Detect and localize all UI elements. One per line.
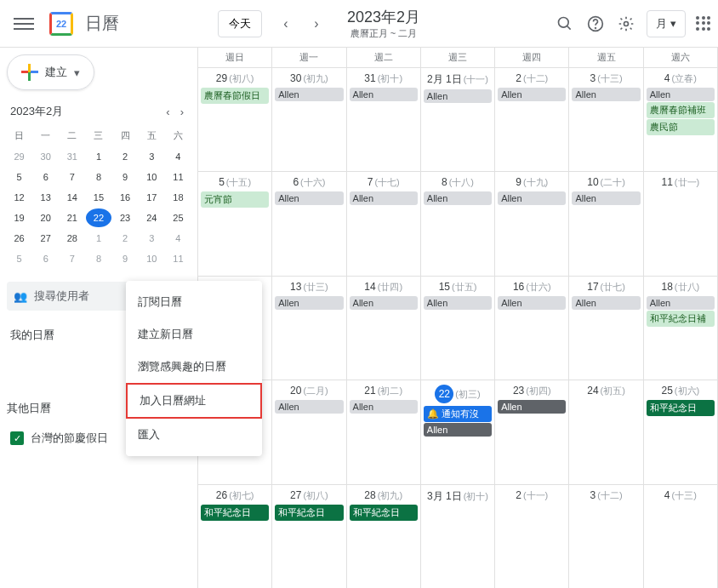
event-chip[interactable]: Allen	[647, 88, 715, 101]
mini-day[interactable]: 26	[7, 229, 31, 248]
mini-day[interactable]: 23	[113, 208, 138, 227]
event-chip[interactable]: Allen	[275, 400, 343, 414]
event-chip[interactable]: 和平紀念日	[275, 505, 343, 521]
day-cell[interactable]: 2月 1日(十一)Allen	[421, 68, 495, 171]
event-chip[interactable]: Allen	[647, 296, 715, 310]
day-cell[interactable]: 10(二十)Allen	[569, 172, 643, 275]
mini-day[interactable]: 5	[7, 249, 31, 268]
event-chip[interactable]: 和平紀念日	[201, 505, 269, 521]
menu-subscribe[interactable]: 訂閱日曆	[126, 286, 262, 318]
day-cell[interactable]: 20(二月)Allen	[272, 380, 346, 483]
checkbox-checked-icon[interactable]: ✓	[10, 431, 24, 445]
event-chip[interactable]: 農民節	[647, 119, 715, 135]
event-chip[interactable]: Allen	[350, 88, 418, 101]
day-cell[interactable]: 14(廿四)Allen	[347, 277, 421, 380]
mini-day[interactable]: 10	[140, 249, 164, 268]
day-cell[interactable]: 31(初十)Allen	[347, 68, 421, 171]
mini-day[interactable]: 31	[60, 147, 84, 166]
mini-day[interactable]: 9	[113, 168, 138, 186]
menu-toggle[interactable]	[14, 14, 34, 34]
mini-day[interactable]: 30	[33, 147, 58, 166]
event-chip[interactable]: Allen	[424, 89, 492, 103]
day-cell[interactable]: 21(初二)Allen	[347, 380, 421, 483]
mini-day[interactable]: 2	[113, 147, 138, 166]
mini-day[interactable]: 3	[140, 147, 164, 166]
day-cell[interactable]: 24(初五)	[569, 380, 643, 483]
help-icon[interactable]	[585, 14, 606, 34]
mini-day[interactable]: 14	[60, 188, 84, 207]
day-cell[interactable]: 3(十三)Allen	[569, 68, 643, 171]
day-cell[interactable]: 18(廿八)Allen和平紀念日補	[644, 277, 718, 380]
day-cell[interactable]: 5(十五)元宵節	[198, 172, 272, 275]
mini-day[interactable]: 20	[33, 208, 58, 227]
mini-day[interactable]: 28	[60, 229, 84, 248]
menu-browse[interactable]: 瀏覽感興趣的日曆	[126, 351, 262, 383]
next-month-button[interactable]: ›	[303, 10, 330, 37]
event-chip[interactable]: Allen	[572, 191, 640, 205]
event-chip[interactable]: Allen	[350, 400, 418, 414]
mini-day[interactable]: 10	[140, 168, 164, 186]
day-cell[interactable]: 9(十九)Allen	[495, 172, 569, 275]
mini-day[interactable]: 2	[113, 229, 138, 248]
event-chip[interactable]: Allen	[498, 88, 566, 101]
day-cell[interactable]: 3月 1日(初十)	[421, 485, 495, 588]
event-chip[interactable]: 農曆春節補班	[647, 102, 715, 118]
event-chip[interactable]: 農曆春節假日	[201, 88, 269, 104]
mini-day[interactable]: 7	[60, 249, 84, 268]
mini-day[interactable]: 21	[60, 208, 84, 227]
day-cell[interactable]: 11(廿一)	[644, 172, 718, 275]
day-cell[interactable]: 26(初七)和平紀念日	[198, 485, 272, 588]
day-cell[interactable]: 2(十一)	[495, 485, 569, 588]
mini-day[interactable]: 9	[113, 249, 138, 268]
search-icon[interactable]	[555, 14, 575, 34]
mini-day[interactable]: 29	[7, 147, 31, 166]
mini-day[interactable]: 17	[140, 188, 164, 207]
event-chip[interactable]: Allen	[350, 296, 418, 310]
mini-day[interactable]: 22	[86, 208, 111, 227]
event-chip[interactable]: Allen	[424, 191, 492, 205]
event-chip[interactable]: Allen	[572, 88, 640, 101]
mini-day[interactable]: 8	[86, 168, 111, 186]
mini-calendar[interactable]: 日一二三四五六293031123456789101112131415161718…	[7, 126, 191, 268]
mini-day[interactable]: 1	[86, 147, 111, 166]
day-cell[interactable]: 4(立春)Allen農曆春節補班農民節	[644, 68, 718, 171]
event-chip[interactable]: Allen	[424, 296, 492, 310]
event-chip[interactable]: 🔔 通知有沒	[424, 406, 492, 422]
mini-day[interactable]: 3	[140, 229, 164, 248]
event-chip[interactable]: Allen	[498, 296, 566, 310]
mini-day[interactable]: 13	[33, 188, 58, 207]
event-chip[interactable]: 和平紀念日	[647, 400, 715, 416]
day-cell[interactable]: 27(初八)和平紀念日	[272, 485, 346, 588]
event-chip[interactable]: Allen	[424, 423, 492, 437]
mini-day[interactable]: 8	[86, 249, 111, 268]
mini-day[interactable]: 15	[86, 188, 111, 207]
today-button[interactable]: 今天	[218, 10, 262, 37]
day-cell[interactable]: 2(十二)Allen	[495, 68, 569, 171]
day-cell[interactable]: 7(十七)Allen	[347, 172, 421, 275]
day-cell[interactable]: 29(初八)農曆春節假日	[198, 68, 272, 171]
mini-day[interactable]: 27	[33, 229, 58, 248]
day-cell[interactable]: 22(初三)🔔 通知有沒Allen	[421, 380, 495, 483]
event-chip[interactable]: Allen	[275, 88, 343, 101]
event-chip[interactable]: Allen	[350, 191, 418, 205]
day-cell[interactable]: 15(廿五)Allen	[421, 277, 495, 380]
menu-import[interactable]: 匯入	[126, 419, 262, 451]
day-cell[interactable]: 13(廿三)Allen	[272, 277, 346, 380]
day-cell[interactable]: 8(十八)Allen	[421, 172, 495, 275]
event-chip[interactable]: 和平紀念日補	[647, 311, 715, 327]
event-chip[interactable]: Allen	[498, 191, 566, 205]
day-cell[interactable]: 23(初四)Allen	[495, 380, 569, 483]
day-cell[interactable]: 28(初九)和平紀念日	[347, 485, 421, 588]
day-cell[interactable]: 6(十六)Allen	[272, 172, 346, 275]
event-chip[interactable]: 元宵節	[201, 191, 269, 208]
menu-create-new[interactable]: 建立新日曆	[126, 318, 262, 351]
view-selector[interactable]: 月▾	[647, 10, 686, 37]
event-chip[interactable]: Allen	[275, 296, 343, 310]
mini-prev-button[interactable]: ‹	[162, 106, 173, 118]
prev-month-button[interactable]: ‹	[272, 10, 299, 37]
event-chip[interactable]: 和平紀念日	[350, 505, 418, 521]
mini-day[interactable]: 6	[33, 168, 58, 186]
day-cell[interactable]: 17(廿七)Allen	[569, 277, 643, 380]
mini-next-button[interactable]: ›	[177, 106, 187, 118]
settings-icon[interactable]	[616, 14, 636, 34]
